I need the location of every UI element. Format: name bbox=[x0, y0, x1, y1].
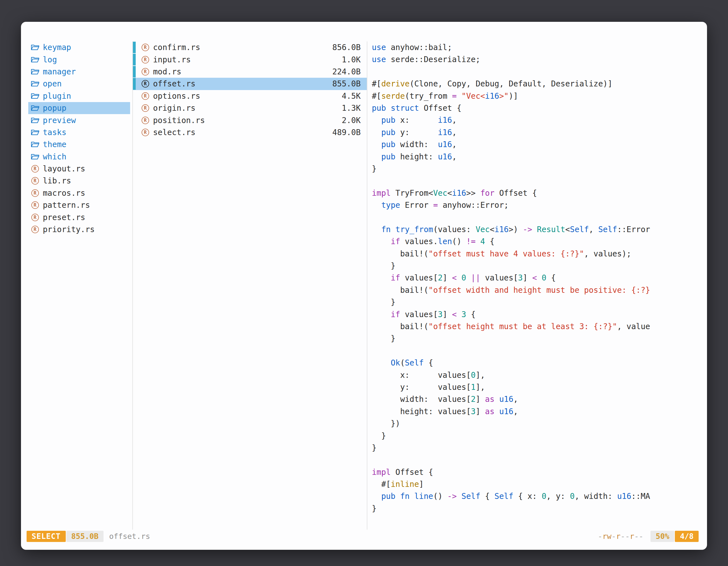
mode-badge: SELECT bbox=[27, 531, 66, 542]
status-bar-left: SELECT 855.0B offset.rs bbox=[27, 531, 150, 542]
folder-open-icon bbox=[30, 44, 40, 51]
code-line: impl TryFrom<Vec<i16>> for Offset { bbox=[372, 187, 706, 199]
parent-item-popup[interactable]: popup bbox=[28, 102, 130, 114]
file-row-input-rs[interactable]: Rinput.rs1.0K bbox=[133, 53, 367, 65]
code-line bbox=[372, 345, 706, 357]
file-row-confirm-rs[interactable]: Rconfirm.rs856.0B bbox=[133, 41, 367, 53]
code-line: bail!("offset width and height must be p… bbox=[372, 284, 706, 296]
parent-item-log[interactable]: log bbox=[28, 53, 130, 65]
item-label: lib.rs bbox=[43, 176, 71, 186]
parent-item-plugin[interactable]: plugin bbox=[28, 90, 130, 102]
status-bar-right: -rw-r--r-- 50% 4/8 bbox=[598, 531, 699, 542]
folder-open-icon bbox=[30, 117, 40, 124]
parent-item-theme[interactable]: theme bbox=[28, 139, 130, 151]
visual-select-mark bbox=[133, 78, 136, 90]
code-line: #[derive(Clone, Copy, Debug, Default, De… bbox=[372, 78, 706, 90]
file-size: 1.0K bbox=[342, 55, 361, 64]
parent-item-macros-rs[interactable]: Rmacros.rs bbox=[28, 187, 130, 199]
file-name: input.rs bbox=[153, 55, 339, 64]
rust-file-icon: R bbox=[140, 92, 150, 100]
item-label: preview bbox=[43, 116, 76, 125]
parent-item-priority-rs[interactable]: Rpriority.rs bbox=[28, 224, 130, 236]
rust-file-icon: R bbox=[140, 80, 150, 88]
rust-file-icon: R bbox=[30, 165, 40, 173]
file-size: 224.0B bbox=[332, 67, 361, 76]
rust-file-icon: R bbox=[140, 117, 150, 124]
item-label: priority.rs bbox=[43, 225, 95, 234]
file-name: position.rs bbox=[153, 116, 339, 125]
yazi-file-manager-window: keymaplogmanageropenpluginpopuppreviewta… bbox=[21, 22, 707, 550]
file-row-options-rs[interactable]: Roptions.rs4.5K bbox=[133, 90, 367, 102]
item-label: manager bbox=[43, 67, 76, 76]
visual-select-mark bbox=[133, 54, 136, 65]
visual-select-mark bbox=[133, 66, 136, 78]
code-line: use anyhow::bail; bbox=[372, 41, 706, 53]
file-size: 489.0B bbox=[332, 128, 361, 137]
file-row-offset-rs[interactable]: Roffset.rs855.0B bbox=[133, 78, 367, 90]
code-line: } bbox=[372, 296, 706, 308]
code-line bbox=[372, 66, 706, 78]
code-line: height: values[3] as u16, bbox=[372, 405, 706, 417]
item-label: pattern.rs bbox=[43, 201, 90, 210]
file-size: 856.0B bbox=[332, 43, 361, 52]
item-label: log bbox=[43, 55, 57, 64]
file-size-badge: 855.0B bbox=[66, 531, 104, 542]
file-row-mod-rs[interactable]: Rmod.rs224.0B bbox=[133, 66, 367, 78]
code-line: } bbox=[372, 442, 706, 454]
item-label: which bbox=[43, 152, 66, 161]
code-line: pub y: i16, bbox=[372, 126, 706, 139]
folder-open-icon bbox=[30, 56, 40, 64]
rust-file-icon: R bbox=[140, 68, 150, 76]
rust-file-icon: R bbox=[30, 189, 40, 197]
code-line: if values[2] < 0 || values[3] < 0 { bbox=[372, 272, 706, 284]
folder-open-icon bbox=[30, 92, 40, 100]
code-line: pub struct Offset { bbox=[372, 102, 706, 114]
parent-item-tasks[interactable]: tasks bbox=[28, 126, 130, 139]
rust-file-icon: R bbox=[30, 177, 40, 185]
code-line: x: values[0], bbox=[372, 369, 706, 381]
code-line: }) bbox=[372, 417, 706, 429]
code-line: pub fn line() -> Self { Self { x: 0, y: … bbox=[372, 490, 706, 502]
code-line: pub height: u16, bbox=[372, 151, 706, 163]
parent-item-keymap[interactable]: keymap bbox=[28, 41, 130, 53]
code-line: impl Offset { bbox=[372, 466, 706, 478]
code-line: } bbox=[372, 332, 706, 344]
file-name: options.rs bbox=[153, 91, 339, 101]
parent-item-preset-rs[interactable]: Rpreset.rs bbox=[28, 211, 130, 223]
rust-file-icon: R bbox=[30, 226, 40, 233]
code-line: #[serde(try_from = "Vec<i16>")] bbox=[372, 90, 706, 102]
scroll-percent-badge: 50% bbox=[650, 531, 674, 542]
file-name: offset.rs bbox=[153, 79, 330, 88]
file-name: select.rs bbox=[153, 128, 330, 137]
parent-item-preview[interactable]: preview bbox=[28, 114, 130, 126]
item-label: popup bbox=[43, 104, 66, 113]
code-line: bail!("offset must have 4 values: {:?}",… bbox=[372, 248, 706, 260]
parent-directory-pane: keymaplogmanageropenpluginpopuppreviewta… bbox=[21, 41, 132, 530]
parent-item-open[interactable]: open bbox=[28, 78, 130, 90]
folder-open-icon bbox=[30, 68, 40, 76]
parent-item-manager[interactable]: manager bbox=[28, 66, 130, 78]
item-label: open bbox=[43, 79, 62, 88]
file-name: origin.rs bbox=[153, 104, 339, 113]
panes-container: keymaplogmanageropenpluginpopuppreviewta… bbox=[21, 22, 707, 530]
file-row-origin-rs[interactable]: Rorigin.rs1.3K bbox=[133, 102, 367, 114]
visual-select-mark bbox=[133, 42, 136, 53]
status-filename: offset.rs bbox=[109, 532, 150, 541]
folder-open-icon bbox=[30, 141, 40, 148]
parent-item-lib-rs[interactable]: Rlib.rs bbox=[28, 175, 130, 187]
file-size: 2.0K bbox=[342, 116, 361, 125]
code-line: } bbox=[372, 163, 706, 175]
file-row-position-rs[interactable]: Rposition.rs2.0K bbox=[133, 114, 367, 126]
file-permissions: -rw-r--r-- bbox=[598, 532, 644, 541]
parent-item-which[interactable]: which bbox=[28, 151, 130, 163]
code-line: } bbox=[372, 430, 706, 442]
file-row-select-rs[interactable]: Rselect.rs489.0B bbox=[133, 126, 367, 139]
item-label: keymap bbox=[43, 43, 71, 52]
code-line bbox=[372, 211, 706, 223]
parent-item-pattern-rs[interactable]: Rpattern.rs bbox=[28, 199, 130, 211]
current-directory-pane: Rconfirm.rs856.0BRinput.rs1.0KRmod.rs224… bbox=[132, 41, 367, 530]
folder-open-icon bbox=[30, 104, 40, 112]
parent-item-layout-rs[interactable]: Rlayout.rs bbox=[28, 163, 130, 175]
file-name: confirm.rs bbox=[153, 43, 330, 52]
rust-file-icon: R bbox=[140, 56, 150, 64]
